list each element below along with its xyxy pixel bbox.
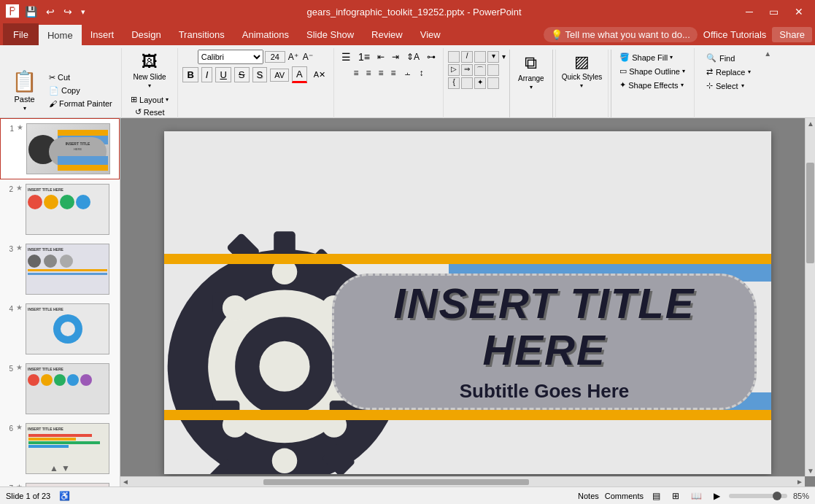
shape-outline-button[interactable]: ▭ Shape Outline ▾ — [617, 65, 688, 77]
minimize-button[interactable]: ─ — [740, 4, 759, 19]
tell-me-box[interactable]: 💡 Tell me what you want to do... — [544, 27, 698, 42]
slide-thumb-5[interactable]: 5 ★ INSERT TITLE HERE — [0, 359, 120, 419]
italic-btn[interactable]: I — [201, 67, 213, 82]
convert-to-smartart-btn[interactable]: ⊶ — [424, 50, 439, 63]
new-slide-button[interactable]: 🖼 New Slide ▾ — [129, 50, 171, 92]
increase-font-btn[interactable]: A⁺ — [287, 50, 300, 63]
view-normal-btn[interactable]: ▤ — [649, 489, 663, 503]
copy-button[interactable]: 📄 Copy — [46, 85, 115, 97]
scroll-thumb-v[interactable] — [806, 163, 814, 263]
underline-btn[interactable]: U — [215, 67, 231, 82]
find-button[interactable]: 🔍 Find — [702, 51, 755, 65]
close-button[interactable]: ✕ — [789, 4, 809, 19]
slide-title[interactable]: INSERT TITLE HERE — [363, 280, 725, 373]
slide-canvas[interactable]: INSERT TITLE HERE Subtitle Goes Here — [164, 131, 771, 474]
maximize-button[interactable]: ▭ — [763, 4, 784, 19]
shape-line[interactable]: / — [461, 51, 473, 63]
slide-thumb-3[interactable]: 3 ★ INSERT TITLE HERE — [0, 239, 120, 299]
shape-more[interactable]: ▾ — [487, 51, 499, 63]
slide-thumb-1[interactable]: 1 ★ INSERT TITLE HERE — [0, 118, 120, 179]
file-menu[interactable]: File — [3, 23, 39, 45]
horizontal-scrollbar[interactable]: ◄ ► — [120, 476, 805, 486]
bold-btn[interactable]: B — [182, 67, 198, 82]
justify-btn[interactable]: ≡ — [388, 66, 399, 80]
tab-design[interactable]: Design — [123, 23, 169, 45]
office-tutorials-link[interactable]: Office Tutorials — [703, 29, 766, 40]
shape-curve[interactable]: ⌒ — [474, 64, 486, 76]
view-reading-btn[interactable]: 📖 — [688, 489, 705, 503]
align-left-btn[interactable]: ≡ — [351, 66, 362, 80]
select-button[interactable]: ⊹ Select ▾ — [702, 79, 755, 93]
decrease-indent-btn[interactable]: ⇤ — [374, 50, 387, 63]
clear-format-btn[interactable]: A✕ — [310, 69, 329, 81]
shape-misc2[interactable]: ✦ — [474, 77, 486, 89]
slide-thumb-7[interactable]: 7 ★ INSERT TITLE HERE — [0, 478, 120, 486]
scroll-down-arrow[interactable]: ▼ — [806, 465, 815, 476]
align-center-btn[interactable]: ≡ — [363, 66, 374, 80]
save-icon[interactable]: 💾 — [22, 4, 40, 19]
tab-insert[interactable]: Insert — [82, 23, 123, 45]
slide-text-box[interactable]: INSERT TITLE HERE Subtitle Goes Here — [332, 274, 757, 410]
shape-rect2[interactable] — [474, 51, 486, 63]
tab-review[interactable]: Review — [363, 23, 412, 45]
decrease-font-btn[interactable]: A⁻ — [301, 50, 314, 63]
font-color-btn[interactable]: A — [292, 66, 307, 83]
shape-rect[interactable] — [448, 51, 460, 63]
zoom-thumb[interactable] — [773, 492, 781, 500]
text-direction-btn[interactable]: ⇕A — [403, 50, 422, 63]
ribbon-expand-btn[interactable]: ▲ — [764, 50, 771, 58]
view-slideshow-btn[interactable]: ▶ — [711, 489, 723, 503]
scroll-down-btn[interactable]: ▼ — [61, 463, 70, 473]
bullets-btn[interactable]: ☰ — [339, 50, 354, 64]
shape-arrow2[interactable]: ⇒ — [461, 64, 473, 76]
comments-button[interactable]: Comments — [605, 492, 644, 500]
tab-slideshow[interactable]: Slide Show — [298, 23, 363, 45]
cut-button[interactable]: ✂ Cut — [46, 71, 115, 84]
customize-icon[interactable]: ▾ — [78, 6, 88, 18]
tab-transitions[interactable]: Transitions — [170, 23, 233, 45]
replace-button[interactable]: ⇄ Replace ▾ — [702, 65, 755, 79]
numbering-btn[interactable]: 1≡ — [355, 50, 373, 64]
shape-misc1[interactable] — [461, 77, 473, 89]
scroll-thumb-h[interactable] — [263, 479, 529, 485]
shape-brace[interactable]: { — [448, 77, 460, 89]
shape-effects-button[interactable]: ✦ Shape Effects ▾ — [617, 79, 688, 91]
share-button[interactable]: Share — [772, 27, 812, 42]
notes-button[interactable]: Notes — [578, 492, 599, 500]
paste-dropdown[interactable]: ▾ — [23, 105, 26, 112]
vertical-scrollbar[interactable]: ▲ ▼ — [805, 118, 815, 476]
view-slide-sorter-btn[interactable]: ⊞ — [669, 489, 682, 503]
slide-thumb-2[interactable]: 2 ★ INSERT TITLE HERE — [0, 179, 120, 239]
undo-icon[interactable]: ↩ — [43, 4, 58, 19]
tab-view[interactable]: View — [412, 23, 449, 45]
shape-more2[interactable] — [487, 64, 499, 76]
shape-misc3[interactable] — [487, 77, 499, 89]
accessibility-icon[interactable]: ♿ — [59, 491, 70, 501]
font-spacing-btn[interactable]: AV — [270, 69, 289, 82]
shape-fill-button[interactable]: 🪣 Shape Fill ▾ — [617, 51, 688, 63]
slide-thumb-4[interactable]: 4 ★ INSERT TITLE HERE — [0, 299, 120, 359]
font-size-box[interactable]: 24 — [265, 51, 285, 63]
slide-subtitle[interactable]: Subtitle Goes Here — [460, 380, 630, 403]
scroll-right-arrow[interactable]: ► — [795, 476, 805, 486]
shape-arrow[interactable]: ▷ — [448, 64, 460, 76]
columns-btn[interactable]: ⫠ — [401, 66, 415, 80]
format-painter-button[interactable]: 🖌 Format Painter — [46, 98, 115, 109]
shadow-btn[interactable]: S — [252, 67, 268, 82]
reset-button[interactable]: ↺ Reset — [132, 106, 168, 118]
redo-icon[interactable]: ↪ — [61, 4, 75, 19]
increase-indent-btn[interactable]: ⇥ — [389, 50, 402, 63]
zoom-slider[interactable] — [729, 494, 787, 498]
scroll-up-btn[interactable]: ▲ — [50, 463, 58, 473]
align-right-btn[interactable]: ≡ — [376, 66, 387, 80]
scroll-left-arrow[interactable]: ◄ — [120, 476, 131, 486]
scroll-track-v — [806, 129, 815, 465]
tab-animations[interactable]: Animations — [233, 23, 298, 45]
layout-button[interactable]: ⊞ Layout ▾ — [128, 93, 171, 106]
line-spacing-btn[interactable]: ↕ — [417, 66, 427, 80]
shapes-expand-btn[interactable]: ▾ — [501, 51, 507, 62]
tab-home[interactable]: Home — [39, 23, 82, 45]
strikethrough-btn[interactable]: S — [234, 67, 250, 82]
font-name-select[interactable]: Calibri — [198, 50, 263, 64]
scroll-up-arrow[interactable]: ▲ — [806, 118, 815, 129]
